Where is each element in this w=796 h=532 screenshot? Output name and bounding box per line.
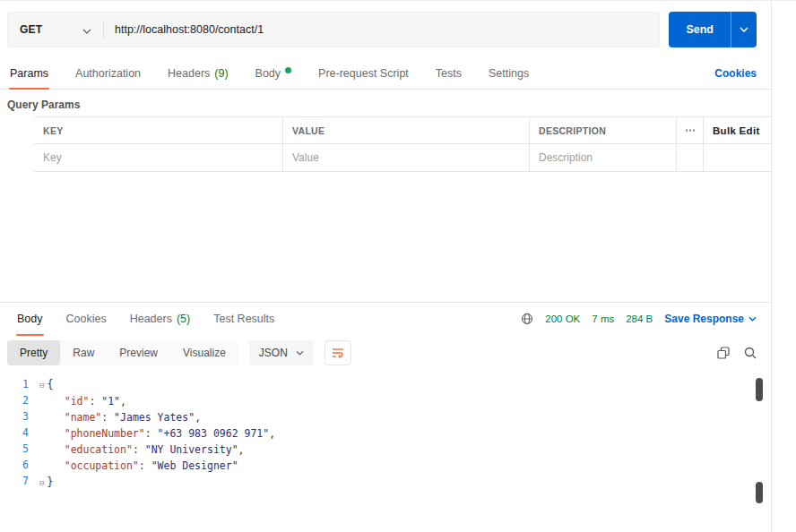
tab-response-cookies-label: Cookies [66, 313, 107, 325]
main-panel: GET Send Params Authorizati [0, 1, 772, 532]
param-key-input[interactable] [43, 151, 273, 164]
dot [693, 129, 695, 132]
response-meta: 200 OK 7 ms 284 B Save Response [521, 313, 757, 325]
response-headers-count-badge: (5) [177, 313, 190, 325]
param-value-input[interactable] [292, 151, 520, 164]
tab-params[interactable]: Params [7, 58, 51, 89]
params-header-key: KEY [34, 116, 282, 144]
tab-response-body[interactable]: Body [14, 303, 46, 335]
status-code: 200 OK [545, 313, 580, 324]
format-select[interactable]: JSON [249, 340, 314, 365]
request-bar: GET Send [0, 1, 771, 58]
params-empty-row [0, 144, 771, 172]
right-sidebar [772, 1, 796, 532]
view-raw[interactable]: Raw [60, 340, 107, 365]
param-description-input[interactable] [539, 151, 667, 164]
view-preview[interactable]: Preview [107, 340, 170, 365]
save-response-button[interactable]: Save Response [664, 313, 757, 325]
row-bulk [703, 144, 771, 172]
response-time: 7 ms [592, 313, 614, 324]
view-visualize[interactable]: Visualize [170, 340, 238, 365]
tab-response-body-label: Body [17, 313, 43, 325]
body-modified-dot [285, 67, 291, 73]
response-toolbar: Pretty Raw Preview Visualize JSON [0, 335, 771, 371]
postman-request-view: GET Send Params Authorizati [0, 0, 796, 532]
scrollbar-thumb[interactable] [756, 482, 763, 503]
tab-params-label: Params [10, 67, 48, 80]
response-actions [717, 347, 757, 359]
method-label: GET [20, 23, 42, 36]
tab-pre-request-script-label: Pre-request Script [318, 67, 409, 80]
row-gutter [0, 144, 34, 172]
tab-body-label: Body [255, 67, 281, 80]
tab-response-cookies[interactable]: Cookies [64, 303, 109, 335]
empty-area [0, 172, 771, 302]
params-header-value: VALUE [282, 116, 529, 144]
more-options-icon[interactable] [676, 116, 703, 144]
row-options [676, 144, 703, 172]
headers-count-badge: (9) [214, 67, 228, 80]
send-options-chevron-icon[interactable] [731, 12, 757, 47]
response-panel: Body Cookies Headers (5) Test Results [0, 302, 771, 532]
wrap-lines-button[interactable] [324, 340, 351, 365]
code-gutter: 1234567 [0, 376, 39, 532]
save-response-label: Save Response [664, 313, 744, 325]
view-mode-switcher: Pretty Raw Preview Visualize [7, 340, 238, 365]
tab-authorization[interactable]: Authorization [73, 58, 143, 89]
params-header-row: KEY VALUE DESCRIPTION Bulk Edit [0, 116, 771, 144]
tab-headers-label: Headers [168, 67, 210, 80]
tab-settings-label: Settings [489, 67, 529, 80]
scrollbar-thumb[interactable] [756, 378, 763, 401]
chevron-down-icon [82, 21, 91, 38]
row-gutter [0, 116, 34, 144]
response-tabs: Body Cookies Headers (5) Test Results [0, 303, 771, 335]
dot [689, 129, 691, 132]
request-tabs: Params Authorization Headers (9) Body Pr… [0, 58, 771, 90]
tab-authorization-label: Authorization [75, 67, 141, 80]
network-globe-icon[interactable] [521, 313, 533, 325]
query-params-title: Query Params [0, 90, 771, 116]
bulk-edit-cell: Bulk Edit [703, 116, 771, 144]
cookies-link[interactable]: Cookies [714, 67, 757, 80]
tab-test-results-label: Test Results [213, 313, 274, 325]
tab-response-headers[interactable]: Headers (5) [127, 303, 194, 335]
format-label: JSON [259, 347, 288, 359]
view-pretty[interactable]: Pretty [7, 340, 60, 365]
tab-settings[interactable]: Settings [486, 58, 532, 89]
tab-body[interactable]: Body [253, 58, 295, 89]
method-select[interactable]: GET [8, 13, 103, 47]
search-icon[interactable] [744, 347, 757, 359]
tab-response-headers-label: Headers [130, 313, 172, 325]
dot [686, 129, 688, 132]
bulk-edit-button[interactable]: Bulk Edit [713, 125, 760, 136]
tab-tests-label: Tests [436, 67, 462, 80]
tab-tests[interactable]: Tests [433, 58, 464, 89]
tab-pre-request-script[interactable]: Pre-request Script [316, 58, 411, 89]
url-input[interactable] [104, 13, 659, 47]
copy-icon[interactable] [717, 347, 730, 359]
url-box: GET [7, 12, 660, 47]
tab-test-results[interactable]: Test Results [211, 303, 277, 335]
code-content: ⊟{ "id": "1", "name": "James Yates", "ph… [39, 376, 771, 532]
response-body-viewer: 1234567 ⊟{ "id": "1", "name": "James Yat… [0, 371, 771, 532]
tab-headers[interactable]: Headers (9) [165, 58, 231, 89]
send-button[interactable]: Send [669, 12, 757, 47]
params-header-description: DESCRIPTION [529, 116, 676, 144]
response-size: 284 B [626, 313, 653, 324]
send-label: Send [669, 12, 731, 47]
